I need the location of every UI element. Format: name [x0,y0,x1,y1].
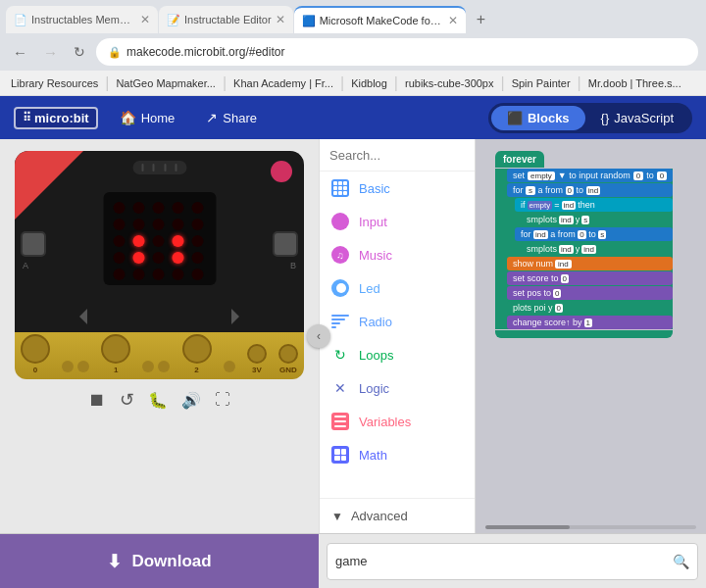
block-group-forever: forever setempty▼ to input random 0to0 f… [495,149,673,338]
music-icon: ♫ [331,246,349,264]
button-a[interactable] [21,231,46,257]
logo-text: micro:bit [34,111,89,125]
url-text: makecode.microbit.org/#editor [126,45,284,59]
new-tab-button[interactable]: + [471,9,491,30]
logic-label: Logic [359,381,389,396]
svg-marker-0 [79,309,87,324]
radio-icon [331,313,349,330]
led-17 [152,252,164,264]
toolbox-item-radio[interactable]: Radio [320,305,475,338]
tab-close-icon[interactable]: ✕ [448,14,458,27]
led-13 [172,235,183,247]
lock-icon: 🔒 [108,46,122,59]
advanced-label: Advanced [351,509,408,523]
led-24 [191,269,203,280]
toolbox-item-led[interactable]: Led [320,271,475,305]
search-bottom-input[interactable] [335,554,673,568]
download-label: Download [131,552,211,571]
radio-label: Radio [359,315,392,329]
pins-strip: 0 1 [15,332,304,379]
tab-favicon: 📝 [167,14,180,26]
toolbox-panel: 🔍 Basic Input [319,139,476,533]
debug-button[interactable]: 🐛 [148,391,168,410]
toolbox-item-music[interactable]: ♫ Music [320,238,475,271]
bookmark-kidblog[interactable]: Kidblog [348,76,390,90]
stop-button[interactable]: ⏹ [88,390,106,411]
led-8 [172,219,183,230]
download-icon: ⬇ [107,551,122,572]
tab-instructables[interactable]: 📄 Instructables Member : moham... ✕ [6,6,158,33]
tab-instructable-editor[interactable]: 📝 Instructable Editor ✕ [159,6,293,33]
button-b-label: B [290,261,296,270]
address-bar[interactable]: 🔒 makecode.microbit.org/#editor [96,38,698,66]
chevron-down-icon: ▼ [331,510,343,523]
tab-favicon: 🟦 [302,15,316,27]
led-display [103,192,216,285]
board-logo-circle [271,161,292,182]
led-12 [152,235,164,247]
led-18 [172,252,183,264]
loops-label: Loops [359,348,393,363]
home-button[interactable]: 🏠 Home [110,106,185,129]
tab-close-icon[interactable]: ✕ [276,13,285,26]
collapse-handle[interactable]: ‹ [307,324,330,348]
toolbox-item-logic[interactable]: ✕ Logic [320,371,475,405]
led-21 [132,269,144,280]
basic-label: Basic [359,181,390,196]
home-icon: 🏠 [120,110,136,125]
button-b[interactable] [273,231,298,257]
forward-button[interactable]: → [38,42,63,63]
restart-button[interactable]: ↺ [120,389,134,411]
bookmark-natgeo[interactable]: NatGeo Mapmaker... [113,76,219,90]
tab-title: Microsoft MakeCode for micro b... [320,15,444,26]
svg-marker-1 [231,309,239,324]
search-bottom-button[interactable]: 🔍 [673,554,689,569]
js-icon: {} [601,111,610,125]
blocks-button[interactable]: ⬛ Blocks [491,106,585,130]
tab-title: Instructable Editor [184,14,272,25]
led-10 [113,235,125,247]
toolbox-item-math[interactable]: Math [320,438,475,471]
back-button[interactable]: ← [8,42,32,63]
pin-gnd: GND [278,344,298,374]
code-canvas[interactable]: forever setempty▼ to input random 0to0 f… [476,139,706,533]
tab-close-icon[interactable]: ✕ [140,13,150,26]
javascript-button[interactable]: {} JavaScript [585,106,689,130]
fullscreen-button[interactable]: ⛶ [215,391,230,409]
mute-button[interactable]: 🔊 [181,391,201,410]
bookmark-khan[interactable]: Khan Academy | Fr... [230,76,336,90]
led-22 [152,269,164,280]
toolbox-item-input[interactable]: Input [320,205,475,238]
led-15 [113,252,125,264]
tab-makecode[interactable]: 🟦 Microsoft MakeCode for micro b... ✕ [294,6,466,33]
toolbox-advanced[interactable]: ▼ Advanced [320,498,475,533]
search-input[interactable] [329,148,494,163]
variables-label: Variables [359,415,411,429]
led-4 [191,202,203,214]
led-14 [191,235,203,247]
math-label: Math [359,448,387,463]
microbit-logo: ⠿ micro:bit [14,107,98,129]
reload-button[interactable]: ↻ [69,42,90,62]
led-20 [113,269,125,280]
share-icon: ↗ [206,110,218,125]
led-11 [132,235,144,247]
led-7 [152,219,164,230]
pin-0: 0 [21,334,50,374]
led-3 [172,202,183,214]
download-button[interactable]: ⬇ Download [0,534,319,589]
pin-3v: 3V [247,344,267,374]
bookmark-library[interactable]: Library Resources [8,76,101,90]
share-button[interactable]: ↗ Share [196,106,267,129]
bookmark-spin[interactable]: Spin Painter [509,76,574,90]
math-icon [331,446,349,464]
toolbox-item-variables[interactable]: Variables [320,405,475,438]
toolbox-item-loops[interactable]: ↻ Loops [320,338,475,371]
loops-icon: ↻ [331,346,349,364]
led-16 [132,252,144,264]
toolbox-item-basic[interactable]: Basic [320,172,475,205]
bookmark-rubiks[interactable]: rubiks-cube-300px [402,76,497,90]
logo-dots: ⠿ [23,111,31,124]
bookmark-mrdoob[interactable]: Mr.doob | Three.s... [585,76,684,90]
variables-icon [331,413,349,430]
